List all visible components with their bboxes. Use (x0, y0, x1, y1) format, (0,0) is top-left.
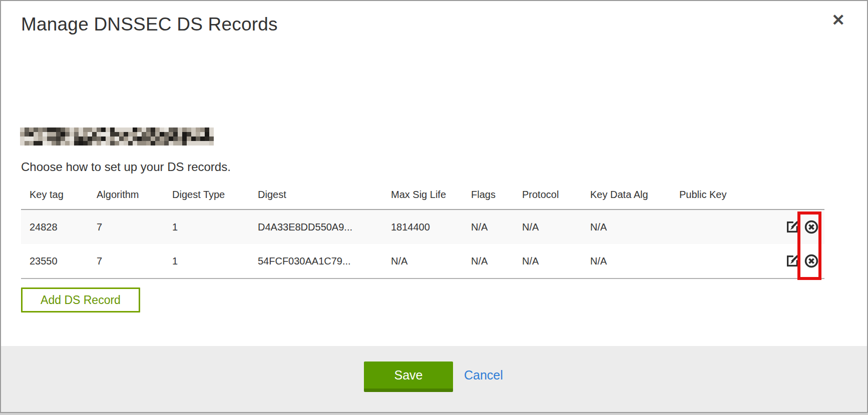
col-header-protocol: Protocol (514, 187, 582, 210)
manage-dnssec-modal: Manage DNSSEC DS Records ✕ Choose how to… (0, 0, 868, 413)
cell-protocol: N/A (514, 244, 582, 278)
table-header-row: Key tag Algorithm Digest Type Digest Max… (21, 187, 824, 210)
cell-digest-type: 1 (164, 210, 249, 244)
cancel-link[interactable]: Cancel (464, 368, 503, 382)
cell-max-sig-life: 1814400 (382, 210, 463, 244)
delete-record-button[interactable] (803, 253, 819, 269)
cell-flags: N/A (463, 244, 514, 278)
delete-circle-x-icon (804, 220, 819, 234)
cell-key-data-alg: N/A (582, 244, 671, 278)
close-icon[interactable]: ✕ (829, 10, 847, 30)
delete-record-button[interactable] (803, 219, 819, 235)
col-header-public-key: Public Key (671, 187, 766, 210)
cell-public-key (671, 244, 766, 278)
modal-footer: Save Cancel (1, 346, 867, 412)
cell-max-sig-life: N/A (382, 244, 463, 278)
edit-icon (785, 254, 800, 268)
cell-protocol: N/A (514, 210, 582, 244)
table-row: 24828 7 1 D4A33E8DD550A9... 1814400 N/A … (21, 210, 824, 244)
cell-algorithm: 7 (88, 210, 164, 244)
cell-flags: N/A (463, 210, 514, 244)
col-header-key-tag: Key tag (21, 187, 88, 210)
col-header-flags: Flags (463, 187, 514, 210)
edit-record-button[interactable] (784, 219, 800, 235)
cell-digest: D4A33E8DD550A9... (249, 210, 382, 244)
table-row: 23550 7 1 54FCF030AA1C79... N/A N/A N/A … (21, 244, 824, 278)
col-header-digest: Digest (249, 187, 382, 210)
cell-digest-type: 1 (164, 244, 249, 278)
cell-key-tag: 24828 (21, 210, 88, 244)
cell-algorithm: 7 (88, 244, 164, 278)
redacted-domain-name (20, 128, 214, 146)
edit-icon (785, 220, 800, 234)
cell-public-key (671, 210, 766, 244)
add-ds-record-button[interactable]: Add DS Record (21, 288, 140, 312)
save-button[interactable]: Save (364, 362, 453, 392)
instruction-text: Choose how to set up your DS records. (21, 160, 231, 174)
edit-record-button[interactable] (784, 253, 800, 269)
delete-circle-x-icon (804, 254, 819, 268)
col-header-actions (766, 187, 824, 210)
cell-key-tag: 23550 (21, 244, 88, 278)
col-header-max-sig-life: Max Sig Life (382, 187, 463, 210)
col-header-algorithm: Algorithm (88, 187, 164, 210)
ds-records-table: Key tag Algorithm Digest Type Digest Max… (21, 187, 824, 279)
col-header-key-data-alg: Key Data Alg (582, 187, 671, 210)
col-header-digest-type: Digest Type (164, 187, 249, 210)
cell-key-data-alg: N/A (582, 210, 671, 244)
modal-title: Manage DNSSEC DS Records (21, 14, 278, 35)
cell-digest: 54FCF030AA1C79... (249, 244, 382, 278)
